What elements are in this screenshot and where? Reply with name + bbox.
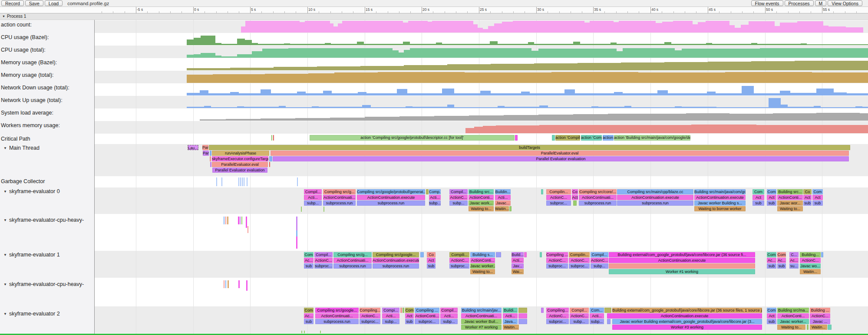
chart-memory-usage-bazel[interactable]	[187, 59, 868, 70]
trace-slice[interactable]: sub	[304, 319, 314, 324]
trace-slice[interactable]: sub	[304, 263, 314, 269]
trace-slice[interactable]: ActionContinuation.execute	[373, 258, 419, 263]
trace-slice[interactable]: Acti...	[495, 195, 511, 200]
trace-mark[interactable]	[297, 177, 298, 186]
trace-mark[interactable]	[323, 207, 324, 212]
thread-label[interactable]: ▼skyframe-evaluator-cpu-heavy-	[1, 217, 84, 223]
trace-mark[interactable]	[225, 280, 226, 288]
trace-slice[interactable]: su...	[789, 263, 799, 269]
trace-slice[interactable]: Compiling src/g...	[333, 252, 372, 257]
trace-slice[interactable]: Javac worker Buil...	[461, 319, 502, 324]
trace-slice[interactable]: Waiting to...	[777, 325, 805, 330]
chart-cpu-usage-total[interactable]	[187, 46, 868, 58]
trace-slice[interactable]: Building external/com_google_protobuf/ja…	[612, 308, 762, 313]
trace-slice[interactable]: runAnalysisPhase	[212, 151, 269, 156]
trace-slice[interactable]: Co	[803, 189, 812, 194]
trace-slice[interactable]: subprocess.run	[315, 319, 359, 324]
trace-slice[interactable]: ActionContinuation.execute	[607, 313, 762, 319]
trace-slice[interactable]	[540, 252, 542, 257]
trace-slice[interactable]: ActionC...	[810, 313, 830, 319]
trace-slice[interactable]: sub	[767, 263, 776, 269]
trace-slice[interactable]: Compili...	[449, 252, 469, 257]
trace-slice[interactable]	[573, 200, 577, 206]
trace-slice[interactable]: ActionC...	[360, 313, 380, 319]
trace-slice[interactable]: Building src/ma...	[777, 308, 809, 313]
trace-slice[interactable]: Waitin...	[810, 325, 827, 330]
trace-slice[interactable]: Compiling src/g...	[323, 189, 356, 194]
trace-slice[interactable]: Compilin...	[569, 252, 590, 257]
trace-slice[interactable]: Waitin...	[503, 325, 519, 330]
trace-slice[interactable]: Com	[752, 189, 764, 194]
trace-slice[interactable]: ActionConti...	[777, 313, 809, 319]
trace-slice[interactable]: Compi...	[382, 308, 399, 313]
trace-slice[interactable]	[807, 325, 809, 330]
trace-slice[interactable]: Building src...	[469, 189, 494, 194]
trace-slice[interactable]	[509, 206, 512, 211]
trace-slice[interactable]: ActionContinuati...	[461, 313, 502, 319]
trace-slice[interactable]: ParallelEvaluator.eval	[212, 162, 268, 167]
trace-slice[interactable]: ActionContinuati...	[579, 195, 617, 200]
trace-slice[interactable]: Ac...	[777, 258, 786, 263]
trace-slice[interactable]: Building src...	[777, 189, 803, 194]
trace-slice[interactable]: subproc...	[360, 319, 380, 324]
trace-mark[interactable]	[224, 280, 224, 288]
trace-mark[interactable]	[238, 177, 239, 186]
trace-mark[interactable]	[246, 280, 248, 291]
trace-slice[interactable]: Acti...	[512, 258, 524, 263]
trace-mark[interactable]	[225, 217, 226, 224]
trace-slice[interactable]: Act	[803, 195, 812, 200]
trace-slice[interactable]: Act	[812, 195, 823, 200]
trace-mark[interactable]	[248, 226, 248, 233]
trace-slice[interactable]: Com...	[590, 308, 604, 313]
trace-slice[interactable]: subp...	[449, 200, 468, 206]
trace-slice[interactable]: subp...	[382, 319, 399, 324]
trace-slice[interactable]: Act	[752, 195, 764, 200]
trace-slice[interactable]: Javac work...	[469, 200, 494, 206]
trace-slice[interactable]: ActionC...	[449, 258, 469, 263]
trace-slice[interactable]: subproc...	[546, 319, 569, 324]
trace-slice[interactable]: Act	[572, 195, 578, 200]
trace-slice[interactable]: subprocess.run	[579, 200, 617, 206]
trace-slice[interactable]: Java...	[503, 319, 518, 324]
trace-slice[interactable]	[552, 135, 555, 141]
trace-slice[interactable]: Parallel Evaluator evaluation	[273, 156, 849, 161]
trace-slice[interactable]: ActionC...	[546, 258, 568, 263]
trace-slice[interactable]: Javac worker...	[777, 319, 809, 324]
trace-mark[interactable]	[304, 331, 305, 333]
trace-slice[interactable]: Javac ...	[810, 319, 830, 324]
trace-slice[interactable]	[604, 308, 611, 313]
trace-slice[interactable]: Acti...	[503, 313, 518, 319]
trace-slice[interactable]	[210, 162, 211, 167]
trace-mark[interactable]	[221, 177, 222, 186]
trace-mark[interactable]	[224, 217, 224, 224]
thread-label[interactable]: ▼skyframe-evaluator-cpu-heavy-	[1, 281, 84, 287]
trace-slice[interactable]: Co	[572, 189, 578, 194]
trace-slice[interactable]: ActionContinuati...	[333, 258, 372, 263]
trace-slice[interactable]	[609, 263, 755, 269]
trace-slice[interactable]	[524, 252, 527, 257]
trace-slice[interactable]: Com	[767, 252, 776, 257]
trace-slice[interactable]: subprocess.run	[323, 200, 356, 206]
trace-mark[interactable]	[246, 217, 247, 228]
trace-slice[interactable]: Waiting to...	[469, 206, 494, 211]
trace-slice[interactable]: Compil...	[314, 252, 333, 257]
trace-slice[interactable]: ActionC...	[570, 313, 589, 319]
trace-slice[interactable]	[269, 156, 272, 161]
trace-slice[interactable]: subp...	[570, 319, 589, 324]
trace-mark[interactable]	[301, 331, 302, 333]
trace-mark[interactable]	[227, 217, 228, 224]
trace-mark[interactable]	[240, 217, 241, 224]
trace-slice[interactable]: ActionContinuati...	[315, 313, 359, 319]
trace-slice[interactable]: Ac...	[789, 258, 799, 263]
trace-mark[interactable]	[242, 177, 243, 186]
trace-slice[interactable]: Compiling src/google/protobuf/generat...	[357, 189, 425, 194]
trace-slice[interactable]: ActionContinuation.execute	[694, 195, 746, 200]
trace-slice[interactable]: ActionConti...	[469, 195, 494, 200]
trace-slice[interactable]: subprocess.run	[373, 263, 419, 269]
trace-slice[interactable]: C...	[789, 252, 799, 257]
trace-slice[interactable]: subp...	[304, 200, 322, 206]
chart-system-load-average[interactable]	[200, 109, 868, 121]
trace-slice[interactable]: ActionConti...	[777, 195, 803, 200]
trace-slice[interactable]	[518, 313, 527, 319]
trace-slice[interactable]: Compiling src/google...	[373, 252, 419, 257]
